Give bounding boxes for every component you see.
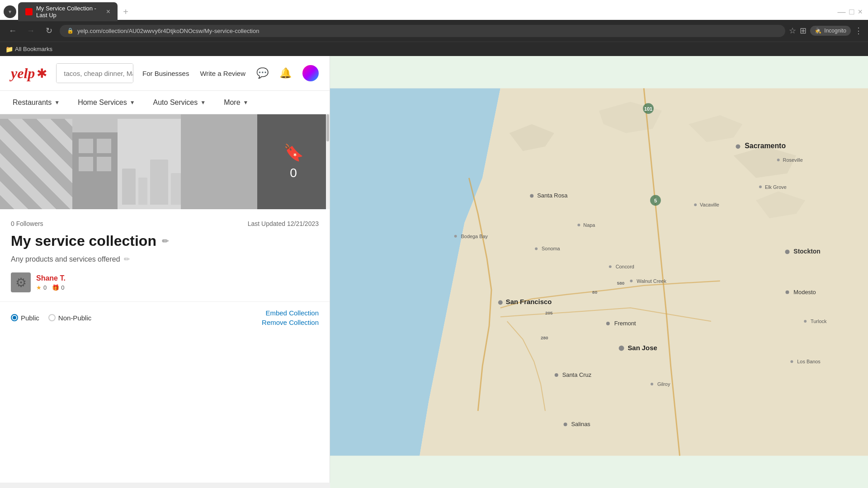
arrow-back-icon: ▾ [9, 9, 11, 15]
minimize-button[interactable]: — [838, 7, 846, 17]
non-public-radio-label: Non-Public [58, 314, 91, 322]
remove-collection-link[interactable]: Remove Collection [262, 319, 319, 326]
svg-text:Napa: Napa [583, 222, 595, 228]
incognito-button[interactable]: 🕵 Incognito [810, 26, 851, 36]
bookmark-count: 0 [290, 166, 297, 180]
left-panel: yelp ✱ 🔍 For Businesses Write a Review 💬… [0, 56, 330, 488]
page-content: yelp ✱ 🔍 For Businesses Write a Review 💬… [0, 56, 868, 488]
svg-text:Los Banos: Los Banos [797, 359, 821, 364]
active-tab[interactable]: My Service Collection - Last Up × [18, 2, 118, 21]
tab-history-back[interactable]: ▾ [4, 5, 16, 18]
last-updated: Last Updated 12/21/2023 [248, 220, 319, 227]
nav-more-label: More [224, 99, 240, 107]
collection-title: My service collection ✏ [11, 233, 319, 249]
maximize-button[interactable]: □ [849, 7, 854, 17]
svg-point-11 [777, 159, 780, 161]
nav-auto-services-chevron: ▼ [200, 99, 206, 106]
svg-text:80: 80 [592, 290, 598, 295]
bookmark-large-icon: 🔖 [283, 143, 304, 162]
svg-text:San Francisco: San Francisco [506, 298, 552, 305]
svg-point-43 [651, 383, 653, 385]
incognito-icon: 🕵 [815, 28, 821, 34]
svg-point-25 [609, 265, 612, 268]
more-menu-icon[interactable]: ⋮ [854, 26, 863, 36]
non-public-radio-button[interactable] [48, 314, 56, 321]
svg-point-29 [785, 249, 790, 254]
collection-meta: 0 Followers Last Updated 12/21/2023 [11, 220, 319, 227]
forward-button[interactable]: → [24, 23, 38, 38]
messages-icon[interactable]: 💬 [256, 67, 269, 79]
svg-point-15 [530, 194, 533, 197]
non-public-radio-option[interactable]: Non-Public [48, 314, 91, 322]
user-stats: ★ 0 🎁 0 [36, 284, 66, 291]
followers-count: 0 Followers [11, 220, 43, 227]
yelp-logo-text: yelp [11, 65, 35, 82]
edit-title-icon[interactable]: ✏ [162, 236, 169, 246]
svg-text:Sacramento: Sacramento [745, 142, 786, 150]
browser-chrome: ▾ My Service Collection - Last Up × + — … [0, 0, 868, 56]
user-compliments-stat: 🎁 0 [52, 284, 64, 291]
user-info: ⚙ Shane T. ★ 0 🎁 0 [11, 272, 319, 292]
tab-title: My Service Collection - Last Up [36, 5, 101, 19]
svg-text:Roseville: Roseville [783, 157, 803, 163]
star-icon: ★ [36, 284, 42, 291]
svg-point-41 [555, 373, 558, 377]
svg-text:Turlock: Turlock [811, 319, 827, 324]
browser-nav-bar: ← → ↻ 🔒 yelp.com/collection/AU02wwvy6r4D… [0, 20, 868, 42]
svg-point-33 [606, 322, 610, 325]
svg-text:280: 280 [541, 335, 548, 340]
nav-auto-services[interactable]: Auto Services ▼ [151, 91, 208, 114]
nav-home-services[interactable]: Home Services ▼ [76, 91, 137, 114]
nav-restaurants[interactable]: Restaurants ▼ [11, 91, 61, 114]
svg-text:Sonoma: Sonoma [542, 246, 561, 251]
vertical-scrollbar[interactable] [326, 114, 330, 209]
scroll-thumb[interactable] [326, 114, 329, 141]
svg-point-39 [619, 346, 624, 351]
nav-auto-services-label: Auto Services [153, 99, 198, 107]
yelp-logo-star-icon: ✱ [37, 66, 47, 81]
write-review-link[interactable]: Write a Review [200, 70, 245, 77]
public-radio-button[interactable] [11, 314, 18, 321]
edit-description-icon[interactable]: ✏ [124, 255, 130, 263]
lock-icon: 🔒 [67, 28, 74, 34]
tab-close-button[interactable]: × [106, 8, 110, 16]
address-bar[interactable]: 🔒 yelp.com/collection/AU02wwvy6r4DtjkoDN… [60, 25, 785, 37]
close-button[interactable]: × [858, 7, 863, 17]
notifications-icon[interactable]: 🔔 [279, 67, 292, 79]
svg-text:Concord: Concord [616, 264, 634, 269]
for-businesses-link[interactable]: For Businesses [142, 70, 189, 77]
map-background: 101 5 580 80 280 205 Sacramento Rosevill… [330, 56, 868, 488]
user-name[interactable]: Shane T. [36, 274, 66, 282]
bookmarks-label: All Bookmarks [15, 46, 52, 52]
back-button[interactable]: ← [5, 23, 20, 38]
svg-point-21 [694, 203, 697, 206]
tab-favicon [25, 8, 33, 15]
embed-collection-link[interactable]: Embed Collection [265, 309, 319, 317]
incognito-label: Incognito [824, 28, 846, 34]
svg-text:Bodega Bay: Bodega Bay [461, 234, 488, 239]
refresh-button[interactable]: ↻ [42, 23, 56, 38]
svg-point-31 [498, 300, 503, 305]
all-bookmarks-item[interactable]: 📁 All Bookmarks [5, 46, 52, 53]
extension-icon[interactable]: ⊞ [800, 26, 807, 36]
bookmark-star-icon[interactable]: ☆ [789, 26, 796, 36]
new-tab-button[interactable]: + [119, 5, 132, 18]
svg-text:Stockton: Stockton [793, 248, 820, 255]
svg-text:101: 101 [644, 106, 652, 112]
horizontal-scrollbar[interactable] [0, 483, 330, 488]
back-icon: ← [9, 26, 17, 36]
svg-text:Salinas: Salinas [571, 421, 590, 427]
user-details: Shane T. ★ 0 🎁 0 [36, 274, 66, 291]
compliment-icon: 🎁 [52, 284, 59, 291]
user-avatar[interactable] [302, 65, 319, 81]
svg-point-19 [577, 224, 580, 226]
svg-point-47 [790, 360, 793, 363]
nav-restaurants-label: Restaurants [13, 99, 52, 107]
nav-more[interactable]: More ▼ [222, 91, 250, 114]
svg-text:Modesto: Modesto [793, 289, 816, 296]
svg-text:Santa Rosa: Santa Rosa [537, 192, 568, 199]
svg-text:Gilroy: Gilroy [657, 381, 670, 387]
search-input[interactable] [57, 64, 133, 83]
yelp-logo[interactable]: yelp ✱ [11, 65, 47, 82]
public-radio-option[interactable]: Public [11, 314, 39, 322]
